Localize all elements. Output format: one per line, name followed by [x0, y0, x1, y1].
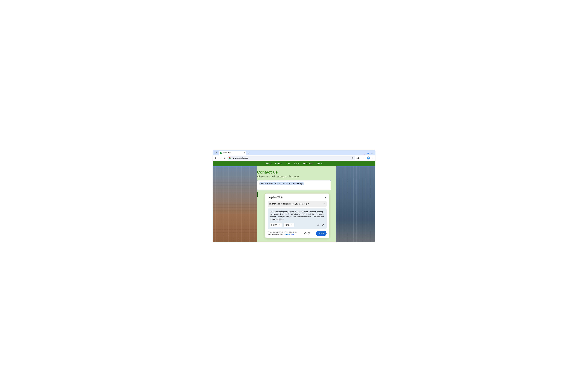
svg-point-7: [373, 158, 373, 159]
submit-button-partial[interactable]: [257, 192, 258, 197]
nav-faqs[interactable]: FAQs: [294, 162, 300, 165]
svg-point-6: [373, 158, 373, 158]
omnibox[interactable]: www.example.com: [227, 156, 356, 160]
back-button[interactable]: [214, 156, 217, 160]
undo-icon[interactable]: [316, 223, 320, 226]
hero-image-right: [336, 166, 376, 242]
menu-icon[interactable]: [372, 157, 374, 159]
site-nav: Home Support Chat FAQs Resources About: [213, 161, 376, 166]
edit-icon[interactable]: [322, 203, 325, 205]
disclaimer-text: This is an experimental AI writing aid a…: [268, 231, 298, 236]
nav-about[interactable]: About: [317, 162, 322, 165]
hero-image-left: [213, 166, 257, 242]
tab-search-button[interactable]: [214, 151, 218, 154]
length-dropdown[interactable]: Length ▼: [270, 223, 282, 227]
thumbs-up-icon[interactable]: [304, 232, 307, 234]
nav-home[interactable]: Home: [266, 162, 271, 165]
svg-rect-3: [363, 157, 365, 159]
bookmark-star-icon[interactable]: [352, 157, 354, 159]
window-controls: [362, 152, 374, 155]
browser-toolbar: www.example.com: [213, 155, 376, 161]
nav-resources[interactable]: Resources: [303, 162, 313, 165]
page-content: Home Support Chat FAQs Resources About C…: [213, 161, 376, 242]
close-window-icon[interactable]: [371, 152, 373, 154]
url-text: www.example.com: [232, 157, 350, 159]
svg-point-5: [373, 157, 373, 158]
help-me-write-popup: Help Me Write ✕ im interested in this pl…: [265, 194, 329, 238]
google-favicon: [229, 157, 231, 159]
minimize-icon[interactable]: [363, 152, 365, 154]
popup-title: Help Me Write: [268, 196, 283, 199]
tab-strip: Contact Us ✕ +: [213, 150, 376, 155]
browser-tab[interactable]: Contact Us ✕: [219, 151, 246, 155]
tone-dropdown[interactable]: Tone ▼: [284, 223, 294, 227]
thumbs-down-icon[interactable]: [308, 232, 310, 234]
contact-textarea[interactable]: im interested in this place - do you all…: [257, 180, 331, 190]
prompt-text: im interested in this place - do you all…: [270, 203, 309, 205]
close-icon[interactable]: ✕: [325, 196, 327, 199]
tab-title: Contact Us: [223, 152, 242, 154]
reload-button[interactable]: [223, 156, 226, 160]
profile-avatar[interactable]: [367, 156, 370, 160]
tab-close-icon[interactable]: ✕: [243, 152, 245, 154]
chevron-down-icon: ▼: [279, 224, 280, 226]
length-label: Length: [272, 224, 277, 226]
page-subtitle: Ask a question or write a message to the…: [257, 175, 331, 177]
chevron-down-icon: ▼: [291, 224, 293, 226]
insert-button[interactable]: Insert: [316, 231, 327, 236]
new-tab-button[interactable]: +: [247, 151, 250, 155]
feedback-icons: [304, 232, 310, 234]
forward-button[interactable]: [218, 156, 222, 160]
browser-window: Contact Us ✕ + www.example.com: [213, 150, 376, 242]
textarea-value: im interested in this place - do you all…: [260, 182, 304, 185]
maximize-icon[interactable]: [367, 152, 369, 154]
page-title: Contact Us: [257, 170, 331, 174]
svg-rect-2: [367, 153, 368, 154]
nav-support[interactable]: Support: [275, 162, 282, 165]
sheets-icon: [220, 152, 222, 154]
learn-more-link[interactable]: Learn more: [286, 234, 294, 235]
suggestion-text: I'm interested in your property. It's ex…: [270, 210, 324, 221]
tone-label: Tone: [285, 224, 289, 226]
nav-chat[interactable]: Chat: [286, 162, 290, 165]
extensions-icon[interactable]: [357, 157, 359, 159]
toolbar-right-icons: [357, 156, 374, 160]
prompt-row: im interested in this place - do you all…: [268, 201, 327, 207]
suggestion-block: I'm interested in your property. It's ex…: [268, 208, 327, 229]
side-panel-icon[interactable]: [363, 157, 365, 159]
regenerate-icon[interactable]: [321, 223, 324, 226]
page-body: Contact Us Ask a question or write a mes…: [257, 166, 331, 197]
